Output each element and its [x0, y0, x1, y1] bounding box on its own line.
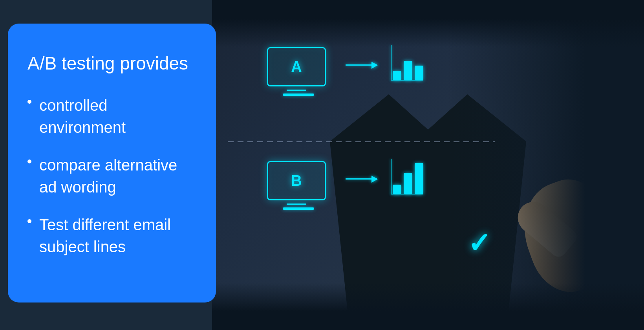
bullet-dot-2 [27, 160, 31, 163]
info-card: A/B testing provides controlledenvironme… [8, 24, 216, 302]
winner-checkmark: ✓ [468, 227, 491, 259]
bar-b-3 [415, 163, 423, 194]
bar-b-2 [404, 173, 412, 194]
monitor-screen-b: B [267, 161, 326, 200]
bullet-list: controlledenvironment compare alternativ… [27, 94, 196, 273]
monitor-a: A [267, 47, 330, 94]
arrow-a [346, 64, 377, 66]
bullet-text-3: Test different emailsubject lines [39, 214, 171, 258]
bottom-vignette [212, 283, 644, 330]
card-title: A/B testing provides [27, 53, 196, 74]
bar-chart-a [393, 47, 423, 82]
bullet-item-2: compare alternativead wording [27, 154, 196, 198]
version-a-label: A [291, 59, 302, 75]
bar-a-1 [393, 71, 401, 81]
monitor-base-a [283, 94, 314, 96]
page-container: A B [0, 0, 644, 330]
arrow-b [346, 178, 377, 180]
dashed-divider [228, 141, 495, 142]
bar-a-2 [404, 61, 412, 81]
bullet-dot-1 [27, 100, 31, 104]
bullet-text-1: controlledenvironment [39, 94, 126, 138]
bullet-item-3: Test different emailsubject lines [27, 214, 196, 258]
bullet-text-2: compare alternativead wording [39, 154, 177, 198]
bar-chart-b [393, 161, 423, 196]
ab-diagram: A B [228, 39, 503, 267]
bullet-item-1: controlledenvironment [27, 94, 196, 138]
version-b-label: B [291, 172, 302, 189]
monitor-screen-a: A [267, 47, 326, 86]
bar-b-1 [393, 185, 401, 194]
monitor-base-b [283, 207, 314, 210]
version-b-section: B [267, 161, 423, 208]
bar-a-3 [415, 66, 423, 81]
monitor-b: B [267, 161, 330, 208]
version-a-section: A [267, 47, 423, 94]
bullet-dot-3 [27, 219, 31, 223]
